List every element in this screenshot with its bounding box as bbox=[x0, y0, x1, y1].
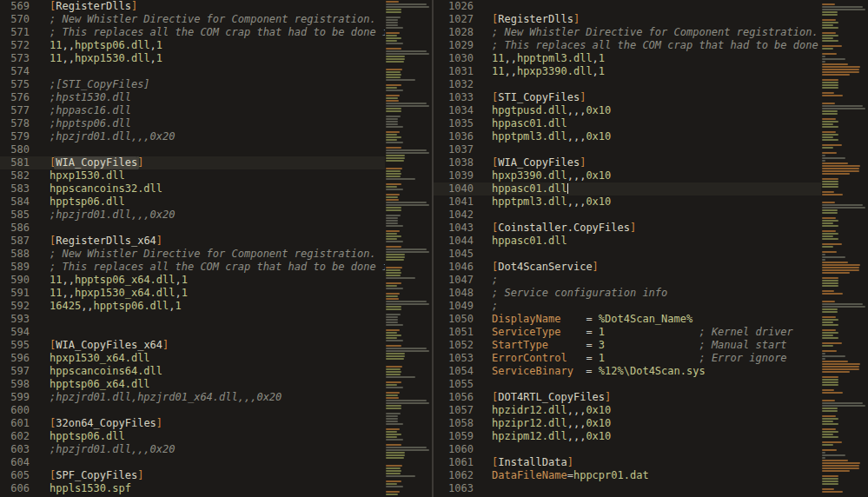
code-row[interactable]: 1058hpzipr12.dll,,,0x10 bbox=[434, 417, 868, 430]
code-segment: ;hpzjrd01.dll,,,0x20 bbox=[50, 209, 176, 221]
code-row[interactable]: 1033[STI_CopyFiles] bbox=[434, 91, 868, 104]
minimap-line bbox=[822, 423, 838, 425]
code-row[interactable]: 103111,,hpxp3390.dll,1 bbox=[434, 65, 868, 78]
code-row[interactable]: 601[32on64_CopyFiles] bbox=[0, 417, 432, 430]
code-row[interactable]: 581[WIA_CopyFiles] bbox=[0, 156, 432, 169]
code-row[interactable]: 1055 bbox=[434, 378, 868, 391]
code-row[interactable]: 1043[Coinstaller.CopyFiles] bbox=[434, 222, 868, 235]
minimap-line bbox=[822, 126, 838, 128]
code-row[interactable]: 1059hpzipm12.dll,,,0x10 bbox=[434, 430, 868, 443]
code-row[interactable]: 1047; bbox=[434, 274, 868, 287]
code-row[interactable]: 598hpptsp06_x64.dll bbox=[0, 378, 432, 391]
minimap-line bbox=[822, 139, 838, 141]
code-row[interactable]: 1035hppasc01.dll bbox=[434, 117, 868, 130]
code-row[interactable]: 1027[RegisterDlls] bbox=[434, 13, 868, 26]
minimap-line bbox=[386, 376, 415, 378]
code-row[interactable]: 1060 bbox=[434, 443, 868, 456]
minimap-line bbox=[822, 280, 838, 282]
code-row[interactable]: 577;hppasc16.dll bbox=[0, 104, 432, 117]
code-row[interactable]: 1049; bbox=[434, 300, 868, 313]
code-row[interactable]: 580 bbox=[0, 143, 432, 156]
code-row[interactable]: 579;hpzjrd01.dll,,,0x20 bbox=[0, 130, 432, 143]
code-row[interactable]: 1036hpptpml3.dll,,,0x10 bbox=[434, 130, 868, 143]
code-row[interactable]: 1053ErrorControl = 1 ; Error ignore bbox=[434, 352, 868, 365]
minimap-line bbox=[822, 402, 863, 404]
minimap-line bbox=[386, 408, 401, 409]
code-row[interactable]: 1052StartType = 3 ; Manual start bbox=[434, 339, 868, 352]
code-row[interactable]: 595[WIA_CopyFiles_x64] bbox=[0, 339, 432, 352]
code-row[interactable]: 594 bbox=[0, 326, 432, 339]
line-number: 588 bbox=[0, 248, 30, 261]
code-row[interactable]: 1044hppasc01.dll bbox=[434, 235, 868, 248]
code-row[interactable]: 1034hpgtpusd.dll,,,0x10 bbox=[434, 104, 868, 117]
code-row[interactable]: 1061[InstallData] bbox=[434, 456, 868, 469]
code-segment: = bbox=[548, 339, 599, 351]
code-row[interactable]: 1062DataFileName=hppcpr01.dat bbox=[434, 469, 868, 482]
code-row[interactable]: 605[SPF_CopyFiles] bbox=[0, 469, 432, 482]
code-row[interactable]: 596hpxp1530_x64.dll bbox=[0, 352, 432, 365]
code-row[interactable]: 1041hpptpml3.dll,,,0x10 bbox=[434, 195, 868, 209]
code-row[interactable]: 604 bbox=[0, 456, 432, 469]
code-row[interactable]: 1038[WIA_CopyFiles] bbox=[434, 156, 868, 169]
minimap-line bbox=[386, 241, 403, 242]
code-row[interactable]: 597hppscancoins64.dll bbox=[0, 365, 432, 378]
code-row[interactable]: 586 bbox=[0, 222, 432, 235]
code-row[interactable]: 1051ServiceType = 1 ; Kernel driver bbox=[434, 326, 868, 339]
minimap-line bbox=[822, 202, 835, 203]
code-row[interactable]: 1042 bbox=[434, 209, 868, 222]
code-row[interactable]: 606hppls1530.spf bbox=[0, 482, 432, 495]
code-row[interactable]: 1063 bbox=[434, 482, 868, 495]
code-row[interactable]: 1045 bbox=[434, 248, 868, 261]
minimap-line bbox=[822, 392, 843, 394]
minimap-line bbox=[822, 251, 837, 253]
minimap-line bbox=[822, 246, 833, 248]
code-row[interactable]: 1026 bbox=[434, 0, 868, 13]
code-row[interactable]: 576;hpst1530.dll bbox=[0, 91, 432, 104]
code-row[interactable]: 1048; Service configuration info bbox=[434, 287, 868, 300]
code-text: hppasc01.dll bbox=[474, 235, 821, 248]
code-row[interactable]: 59011,,hpptsp06_x64.dll,1 bbox=[0, 274, 432, 287]
code-row[interactable]: 603;hpzjrd01.dll,,,0x20 bbox=[0, 443, 432, 456]
minimap-right[interactable] bbox=[821, 0, 868, 497]
code-row[interactable]: 599;hpzjrd01.dll,hpzjrd01_x64.dll,,,0x20 bbox=[0, 391, 432, 404]
code-row[interactable]: 59216425,,hpptsp06.dll,1 bbox=[0, 300, 432, 313]
code-row[interactable]: 1039hpxp3390.dll,,,0x10 bbox=[434, 169, 868, 182]
code-row[interactable]: 1056[DOT4RTL_CopyFiles] bbox=[434, 391, 868, 404]
code-row[interactable]: 584hpptsp06.dll bbox=[0, 195, 432, 209]
code-row[interactable]: 569[RegisterDlls] bbox=[0, 0, 432, 13]
code-row[interactable]: 1054ServiceBinary = %12%\Dot4Scan.sys bbox=[434, 365, 868, 378]
code-row[interactable]: 574 bbox=[0, 65, 432, 78]
code-row[interactable]: 57311,,hpxp1530.dll,1 bbox=[0, 52, 432, 65]
minimap-line bbox=[822, 121, 838, 123]
code-row[interactable]: 1032 bbox=[434, 78, 868, 91]
code-row[interactable]: 1028; New Whistler Directive for Compone… bbox=[434, 26, 868, 39]
code-row[interactable]: 103011,,hpptpml3.dll,1 bbox=[434, 52, 868, 65]
code-text: [WIA_CopyFiles] bbox=[474, 156, 821, 169]
code-row[interactable]: 57211,,hpptsp06.dll,1 bbox=[0, 39, 432, 52]
minimap-line bbox=[386, 110, 401, 112]
code-row[interactable]: 1057hpzidr12.dll,,,0x10 bbox=[434, 404, 868, 417]
code-row[interactable]: 583hppscancoins32.dll bbox=[0, 182, 432, 195]
code-row[interactable]: 602hpptsp06.dll bbox=[0, 430, 432, 443]
code-row[interactable]: 1029; This replaces all the COM crap tha… bbox=[434, 39, 868, 52]
minimap-line bbox=[386, 217, 398, 219]
code-row[interactable]: 1046[Dot4ScanService] bbox=[434, 261, 868, 274]
code-row[interactable]: 589; This replaces all the COM crap that… bbox=[0, 261, 432, 274]
code-row[interactable]: 593 bbox=[0, 313, 432, 326]
minimap-line bbox=[386, 400, 427, 401]
code-row[interactable]: 59111,,hpxp1530_x64.dll,1 bbox=[0, 287, 432, 300]
code-row[interactable]: 578;hpptsp06.dll bbox=[0, 117, 432, 130]
minimap-left[interactable] bbox=[385, 0, 432, 497]
code-row[interactable]: 575;[STI_CopyFiles] bbox=[0, 78, 432, 91]
code-row[interactable]: 570; New Whistler Directive for Componen… bbox=[0, 13, 432, 26]
code-row[interactable]: 582hpxp1530.dll bbox=[0, 169, 432, 182]
code-row[interactable]: 1050DisplayName = %Dot4Scan_Name% bbox=[434, 313, 868, 326]
code-row[interactable]: 600 bbox=[0, 404, 432, 417]
code-row[interactable]: 588; New Whistler Directive for Componen… bbox=[0, 248, 432, 261]
code-lines-right: 10261027[RegisterDlls]1028; New Whistler… bbox=[434, 0, 868, 495]
code-row[interactable]: 571; This replaces all the COM crap that… bbox=[0, 26, 432, 39]
code-row[interactable]: 585;hpzjrd01.dll,,,0x20 bbox=[0, 209, 432, 222]
code-row[interactable]: 587[RegisterDlls_x64] bbox=[0, 235, 432, 248]
code-row[interactable]: 1037 bbox=[434, 143, 868, 156]
code-row[interactable]: 1040hppasc01.dll bbox=[434, 182, 868, 195]
